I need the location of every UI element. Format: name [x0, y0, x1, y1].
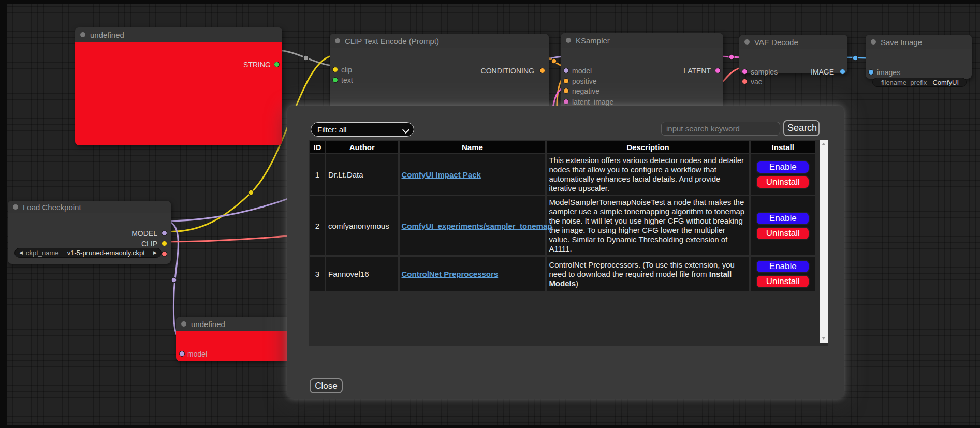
input-label-latent-image: latent_image	[572, 98, 613, 106]
table-row: 1 Dr.Lt.Data ComfyUI Impact Pack This ex…	[310, 154, 815, 195]
node-undefined-top[interactable]: undefined STRING	[75, 27, 282, 145]
cell-author: Fannovel16	[326, 257, 398, 291]
scroll-up-icon[interactable]	[822, 143, 826, 145]
input-slot-positive[interactable]	[563, 78, 569, 84]
collapse-dot-icon[interactable]	[335, 38, 340, 43]
cell-install: Enable Uninstall	[751, 196, 815, 255]
output-slot-image[interactable]	[840, 69, 845, 75]
cell-id: 2	[310, 196, 325, 255]
output-slot-string[interactable]	[274, 62, 280, 67]
node-ksampler[interactable]: KSampler model positive negative latent_…	[561, 33, 723, 116]
collapse-dot-icon[interactable]	[13, 204, 18, 210]
extension-link[interactable]: ComfyUI Impact Pack	[402, 170, 481, 179]
filter-select[interactable]: Filter: all	[311, 122, 414, 137]
filename-prefix-widget[interactable]: filename_prefix ComfyUI	[872, 78, 967, 87]
extensions-table: ID Author Name Description Install 1 Dr.…	[309, 140, 817, 293]
description-text: ControlNet Preprocessors. (To use this e…	[549, 260, 735, 278]
ckpt-name-widget[interactable]: ckpt_name v1-5-pruned-emaonly.ckpt	[14, 248, 162, 258]
search-button[interactable]: Search	[783, 120, 820, 136]
collapse-dot-icon[interactable]	[871, 39, 876, 45]
uninstall-button[interactable]: Uninstall	[756, 227, 810, 240]
custom-nodes-manager-dialog: Filter: all Search ID Author Name Descri…	[287, 106, 844, 399]
uninstall-button[interactable]: Uninstall	[756, 175, 810, 189]
node-title: Load Checkpoint	[23, 203, 81, 212]
collapse-dot-icon[interactable]	[744, 39, 750, 45]
input-slot-model[interactable]	[563, 68, 569, 73]
widget-value: v1-5-pruned-emaonly.ckpt	[67, 249, 145, 257]
node-load-checkpoint[interactable]: Load Checkpoint MODEL CLIP VAE ckpt_name…	[8, 201, 171, 264]
uninstall-button[interactable]: Uninstall	[756, 275, 810, 288]
enable-button[interactable]: Enable	[756, 260, 810, 273]
node-clip-text-encode[interactable]: CLIP Text Encode (Prompt) clip text COND…	[330, 34, 549, 116]
node-title-bar[interactable]: CLIP Text Encode (Prompt)	[330, 34, 549, 48]
canvas-bottom-edge	[0, 425, 980, 428]
cell-id: 1	[310, 154, 325, 195]
enable-button[interactable]: Enable	[756, 160, 810, 174]
collapse-dot-icon[interactable]	[80, 32, 85, 37]
cell-author: comfyanonymous	[326, 196, 398, 255]
input-slot-negative[interactable]	[563, 88, 569, 94]
widget-label: filename_prefix	[881, 79, 927, 86]
cell-install: Enable Uninstall	[751, 154, 815, 195]
cell-description: ControlNet Preprocessors. (To use this e…	[547, 257, 749, 291]
extension-link[interactable]: ControlNet Preprocessors	[402, 270, 499, 278]
node-vae-decode[interactable]: VAE Decode samples vae IMAGE	[739, 35, 847, 73]
node-title: CLIP Text Encode (Prompt)	[345, 37, 439, 46]
table-header-row: ID Author Name Description Install	[310, 141, 815, 153]
node-save-image[interactable]: Save Image images filename_prefix ComfyU…	[866, 35, 972, 79]
input-slot-text[interactable]	[332, 77, 338, 83]
decrement-arrow-icon[interactable]	[19, 250, 23, 255]
canvas-top-edge	[0, 0, 980, 4]
link-dot-image	[853, 55, 858, 61]
output-label-string: STRING	[243, 61, 271, 68]
output-label-latent: LATENT	[683, 67, 711, 75]
input-slot-samples[interactable]	[742, 69, 748, 75]
output-slot-latent[interactable]	[715, 68, 721, 73]
input-slot-clip[interactable]	[332, 67, 338, 72]
collapse-dot-icon[interactable]	[181, 321, 186, 327]
search-input[interactable]	[661, 122, 780, 136]
node-title: VAE Decode	[754, 38, 798, 47]
link-dot-model	[171, 277, 177, 283]
table-scrollbar[interactable]	[820, 140, 828, 343]
output-slot-clip[interactable]	[162, 241, 167, 246]
table-row: 2 comfyanonymous ComfyUI_experiments/sam…	[310, 196, 815, 255]
enable-button[interactable]: Enable	[756, 212, 810, 225]
node-title-bar[interactable]: KSampler	[561, 33, 723, 48]
widget-value: ComfyUI	[932, 79, 959, 86]
input-slot-images[interactable]	[868, 69, 874, 75]
close-button[interactable]: Close	[310, 378, 343, 393]
scroll-down-icon[interactable]	[822, 337, 826, 340]
output-slot-vae[interactable]	[162, 251, 167, 257]
increment-arrow-icon[interactable]	[153, 250, 157, 255]
output-slot-conditioning[interactable]	[539, 68, 545, 73]
input-label-model: model	[187, 350, 207, 358]
extension-link[interactable]: ComfyUI_experiments/sampler_tonemap	[402, 222, 552, 230]
input-slot-model[interactable]	[179, 351, 185, 357]
column-header-description: Description	[547, 141, 749, 153]
input-slot-latent-image[interactable]	[563, 99, 569, 105]
node-title-bar[interactable]: undefined	[75, 27, 282, 42]
node-title-bar[interactable]: Save Image	[866, 35, 972, 49]
input-label-images: images	[877, 69, 900, 76]
input-slot-vae[interactable]	[742, 79, 748, 84]
cell-id: 3	[310, 257, 325, 291]
widget-label: ckpt_name	[26, 249, 59, 257]
input-label-vae: vae	[751, 78, 763, 85]
column-header-name: Name	[400, 141, 546, 153]
description-text: )	[576, 279, 578, 288]
output-slot-model[interactable]	[162, 230, 167, 236]
node-title: Save Image	[881, 38, 922, 47]
collapse-dot-icon[interactable]	[566, 38, 571, 43]
comfyui-canvas: { "nodes": { "undefined_top": { "title":…	[0, 0, 980, 428]
node-title-bar[interactable]: VAE Decode	[739, 35, 847, 49]
table-row: 3 Fannovel16 ControlNet Preprocessors Co…	[310, 257, 815, 291]
link-dot-clip	[248, 190, 254, 195]
cell-install: Enable Uninstall	[751, 257, 815, 291]
node-title-bar[interactable]: Load Checkpoint	[8, 201, 171, 213]
canvas-left-edge	[0, 0, 7, 428]
cell-author: Dr.Lt.Data	[326, 154, 398, 195]
cell-description: This extension offers various detector n…	[547, 154, 749, 195]
cell-description: ModelSamplerTonemapNoiseTest a node that…	[547, 196, 749, 255]
input-label-clip: clip	[341, 66, 352, 73]
